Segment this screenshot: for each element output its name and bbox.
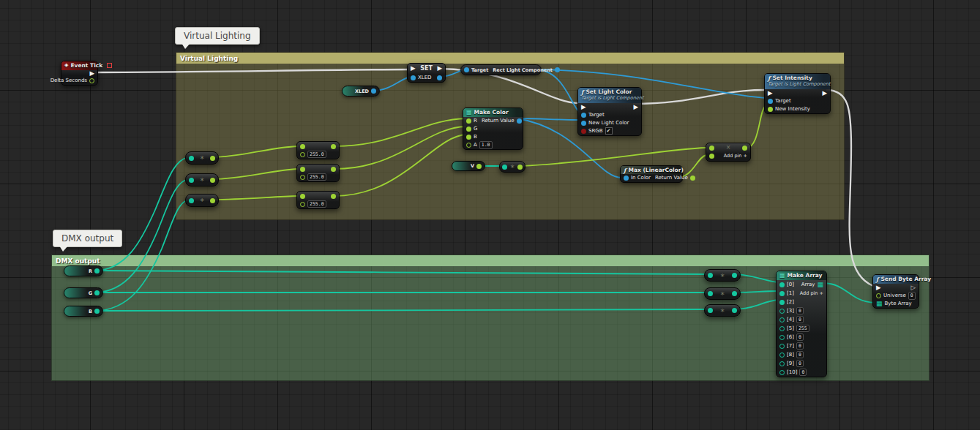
array-out-pin[interactable]: ▦ (817, 282, 823, 288)
conv-out-pin[interactable] (732, 273, 737, 278)
node-conv-dmx-b[interactable]: ∗ (704, 304, 741, 317)
array-element-pin[interactable] (779, 344, 785, 349)
node-conv-b[interactable]: ∗ (185, 194, 219, 207)
element-value-field[interactable]: 0 (796, 333, 804, 342)
element-value-field[interactable]: 0 (796, 342, 804, 350)
conv-in-pin[interactable] (189, 178, 194, 183)
multiply-out-pin[interactable] (742, 146, 747, 151)
new-light-color-pin[interactable] (581, 121, 586, 126)
node-conv-dmx-g[interactable]: ∗ (704, 287, 741, 300)
array-element-pin[interactable] (779, 317, 785, 322)
scale-value-field[interactable]: 255.0 (307, 173, 326, 181)
a-pin[interactable] (466, 143, 471, 148)
exec-out-pin[interactable]: ▶ (822, 90, 827, 97)
b-getter-pin[interactable] (94, 309, 100, 314)
array-element-pin[interactable] (779, 326, 785, 331)
node-get-r[interactable]: R (64, 265, 103, 276)
conv-out-pin[interactable] (210, 156, 215, 161)
array-element-pin[interactable] (779, 361, 785, 366)
delta-seconds-pin[interactable] (89, 78, 94, 83)
srgb-pin[interactable] (581, 129, 586, 134)
conv-in-pin[interactable] (708, 308, 713, 313)
node-get-xled[interactable]: XLED (342, 86, 380, 97)
node-multiply-intensity[interactable]: × Add pin + (706, 143, 751, 162)
exec-out-pin[interactable]: ▷ (910, 284, 916, 291)
node-set-xled[interactable]: ▶ SET ▶ XLED (407, 63, 446, 83)
node-set-intensity[interactable]: ƒ Set Intensity Target is Light Componen… (764, 73, 831, 114)
exec-out-pin[interactable]: ▶ (633, 104, 638, 110)
exec-out-pin[interactable]: ▶ (89, 70, 94, 77)
node-get-b[interactable]: B (64, 306, 103, 317)
exec-in-pin[interactable]: ▶ (411, 65, 416, 72)
scale-in-pin[interactable] (300, 167, 305, 172)
conv-out-pin[interactable] (732, 308, 737, 313)
exec-in-pin[interactable]: ▶ (581, 104, 586, 110)
node-conv-v[interactable]: ∗ (499, 161, 525, 173)
add-pin-button[interactable]: Add pin + (724, 154, 747, 159)
array-element-pin[interactable] (779, 300, 785, 305)
array-element-pin[interactable] (779, 282, 785, 287)
node-rect-light-component[interactable]: Target Rect Light Component (460, 64, 542, 75)
array-element-pin[interactable] (779, 370, 785, 375)
node-conv-r[interactable]: ∗ (185, 151, 219, 165)
element-value-field[interactable]: 0 (799, 369, 807, 377)
srgb-checkbox[interactable]: ✔ (605, 127, 613, 135)
xled-in-pin[interactable] (411, 75, 416, 80)
node-conv-dmx-r[interactable]: ∗ (704, 269, 741, 282)
node-get-g[interactable]: G (64, 287, 103, 298)
node-make-array[interactable]: ▦ Make Array [0] Array ▦ [1] Add pin + [… (776, 271, 827, 377)
conv-in-pin[interactable] (502, 165, 507, 170)
node-get-v[interactable]: V (452, 161, 485, 171)
v-getter-pin[interactable] (476, 164, 482, 169)
node-max-linearcolor[interactable]: ƒ Max (LinearColor) In Color Return Valu… (620, 165, 683, 183)
array-element-pin[interactable] (779, 352, 785, 358)
scale-out-pin[interactable] (331, 194, 336, 199)
xled-out-pin[interactable] (437, 75, 442, 80)
universe-value-field[interactable]: 0 (908, 292, 916, 300)
conv-in-pin[interactable] (708, 291, 713, 296)
r-getter-pin[interactable] (94, 268, 100, 274)
a-value-field[interactable]: 1.0 (479, 141, 493, 149)
return-value-pin[interactable] (690, 176, 695, 181)
node-send-byte-array[interactable]: ƒ Send Byte Array ▶ ▷ Universe 0 ▦ Byte … (872, 274, 919, 309)
conv-out-pin[interactable] (732, 291, 737, 296)
node-conv-g[interactable]: ∗ (185, 173, 219, 186)
scale-value-field[interactable]: 255.0 (307, 200, 326, 208)
element-value-field[interactable]: 0 (796, 307, 804, 315)
conv-out-pin[interactable] (210, 178, 215, 183)
component-out-pin[interactable] (555, 67, 560, 72)
element-value-field[interactable]: 255 (796, 325, 809, 333)
g-getter-pin[interactable] (94, 290, 100, 295)
scale-value-pin[interactable] (300, 202, 305, 207)
scale-in-pin[interactable] (300, 194, 305, 199)
conv-in-pin[interactable] (189, 198, 194, 203)
byte-array-pin[interactable]: ▦ (876, 301, 883, 307)
scale-value-field[interactable]: 255.0 (307, 151, 326, 159)
node-set-light-color[interactable]: ƒ Set Light Color Target is Light Compon… (577, 87, 642, 136)
scale-value-pin[interactable] (300, 175, 305, 180)
g-pin[interactable] (466, 127, 471, 132)
conv-out-pin[interactable] (210, 198, 215, 203)
conv-out-pin[interactable] (517, 165, 523, 170)
scale-out-pin[interactable] (331, 144, 336, 149)
exec-in-pin[interactable]: ▶ (768, 90, 773, 97)
multiply-in-b-pin[interactable] (709, 154, 714, 159)
exec-out-pin[interactable]: ▶ (437, 65, 442, 72)
add-pin-button[interactable]: Add pin + (800, 291, 823, 296)
target-in-pin[interactable] (464, 67, 469, 72)
node-make-color[interactable]: ▦ Make Color R Return Value G B A 1.0 (463, 108, 523, 150)
element-value-field[interactable]: 0 (796, 351, 804, 359)
blueprint-graph-canvas[interactable]: Virtual Lighting DMX output (0, 0, 980, 430)
new-intensity-pin[interactable] (768, 107, 773, 112)
b-pin[interactable] (466, 135, 471, 140)
node-scale-r[interactable]: 255.0 (296, 141, 340, 159)
scale-in-pin[interactable] (300, 144, 305, 149)
exec-in-pin[interactable]: ▶ (876, 284, 881, 291)
node-event-tick[interactable]: ◈ Event Tick ▶ Delta Seconds (61, 61, 98, 86)
node-scale-g[interactable]: 255.0 (296, 164, 340, 182)
xled-getter-pin[interactable] (371, 88, 376, 94)
r-pin[interactable] (466, 118, 471, 124)
scale-value-pin[interactable] (300, 152, 305, 157)
universe-pin[interactable] (876, 293, 881, 298)
array-element-pin[interactable] (779, 291, 785, 296)
